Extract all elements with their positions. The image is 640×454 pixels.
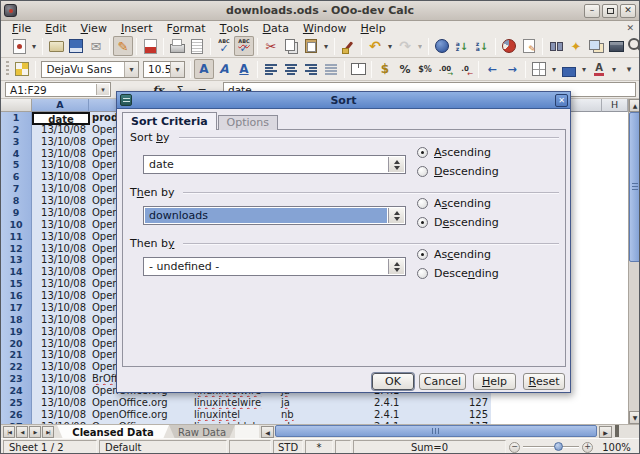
help-button[interactable]: Help (473, 373, 516, 390)
dropdown-caret-icon[interactable] (385, 36, 395, 56)
dropdown-caret-icon[interactable] (579, 59, 589, 79)
status-spacer-1[interactable] (229, 440, 271, 454)
sort-key-combo-3[interactable]: - undefined - (143, 257, 406, 276)
borders-icon[interactable] (529, 59, 549, 79)
delete-decimal-icon[interactable] (455, 59, 475, 79)
dropdown-caret-icon[interactable] (29, 36, 39, 56)
menu-item-tools[interactable]: Tools (213, 21, 256, 35)
modified-flag[interactable]: * (305, 440, 333, 454)
title-bar[interactable]: downloads.ods - OOo-dev Calc – ✕ (1, 1, 639, 21)
align-right-icon[interactable] (301, 59, 321, 79)
font-size-combo[interactable]: 10.5▾ (143, 61, 185, 78)
vertical-scrollbar[interactable]: ▲ ▼ (628, 99, 640, 424)
dropdown-caret-icon[interactable]: ▾ (124, 62, 138, 77)
zoom-slider[interactable]: − + (509, 440, 593, 454)
dropdown-caret-icon[interactable] (321, 36, 331, 56)
dialog-tab-sort-criteria[interactable]: Sort Criteria (122, 112, 217, 130)
page-preview-icon[interactable] (187, 36, 207, 56)
print-icon[interactable] (167, 36, 187, 56)
sheet-indicator[interactable]: Sheet 1 / 2 (3, 440, 97, 454)
hyperlink-icon[interactable] (432, 36, 452, 56)
ascending-radio-group-3[interactable]: Ascending (417, 248, 562, 261)
ascending-radio[interactable] (417, 147, 428, 158)
draw-functions-icon[interactable] (519, 36, 539, 56)
currency-icon[interactable] (375, 59, 395, 79)
sort-descending-icon[interactable] (472, 36, 492, 56)
close-button-icon[interactable]: ✕ (620, 4, 636, 18)
scroll-down-icon[interactable]: ▼ (629, 411, 640, 424)
auto-spellcheck-icon[interactable] (234, 36, 254, 56)
dialog-title-bar[interactable]: Sort ✕ (117, 92, 570, 109)
align-left-icon[interactable] (261, 59, 281, 79)
zoom-slider-track[interactable] (523, 446, 579, 448)
edit-file-icon[interactable] (113, 36, 133, 56)
new-icon[interactable] (9, 36, 29, 56)
close-document-icon[interactable]: ✕ (626, 23, 634, 33)
increase-indent-icon[interactable] (502, 59, 522, 79)
standard-format-icon[interactable] (415, 59, 435, 79)
gallery-icon[interactable] (586, 36, 606, 56)
reset-button[interactable]: Reset (523, 373, 565, 390)
bold-icon[interactable] (194, 59, 214, 79)
menu-item-data[interactable]: Data (256, 21, 296, 35)
menu-item-window[interactable]: Window (296, 21, 354, 35)
hscroll-right-icon[interactable]: ▶ (599, 426, 612, 438)
sheet-tab-cleansed-data[interactable]: Cleansed Data (57, 425, 169, 439)
open-icon[interactable] (46, 36, 66, 56)
menu-item-format[interactable]: Format (159, 21, 212, 35)
sort-key-combo-1[interactable]: date (143, 155, 406, 174)
underline-icon[interactable] (234, 59, 254, 79)
sheet-nav-last-icon[interactable]: ▶| (42, 426, 54, 438)
menu-item-file[interactable]: File (5, 21, 38, 35)
copy-icon[interactable] (281, 36, 301, 56)
dialog-tab-options[interactable]: Options (218, 115, 278, 130)
insert-mode[interactable]: STD (273, 440, 303, 454)
percent-icon[interactable] (395, 59, 415, 79)
dialog-close-icon[interactable]: ✕ (555, 94, 568, 107)
paste-icon[interactable] (301, 36, 321, 56)
scroll-up-icon[interactable]: ▲ (629, 99, 640, 112)
dropdown-caret-icon[interactable]: ▾ (170, 62, 184, 77)
zoom-in-icon[interactable]: + (582, 442, 593, 453)
insert-chart-icon[interactable] (499, 36, 519, 56)
descending-radio[interactable] (417, 166, 428, 177)
menu-item-view[interactable]: View (74, 21, 114, 35)
sort-key-combo-2[interactable]: downloads (143, 206, 406, 225)
ascending-radio-group-1[interactable]: Ascending (417, 146, 562, 159)
background-color-icon[interactable] (559, 59, 579, 79)
page-style[interactable]: Default (99, 440, 227, 454)
zoom-out-icon[interactable]: − (509, 442, 520, 453)
styles-icon[interactable] (12, 59, 32, 79)
ascending-radio[interactable] (417, 249, 428, 260)
find-replace-icon[interactable] (546, 36, 566, 56)
zoom-level[interactable]: 100% (595, 440, 638, 454)
ascending-radio-group-2[interactable]: Ascending (417, 197, 562, 210)
combo-spinner-icon[interactable] (388, 259, 404, 274)
descending-radio-group-1[interactable]: Descending (417, 165, 562, 178)
clone-formatting-icon[interactable] (338, 36, 358, 56)
name-box[interactable]: A1:F29 ▾ (5, 82, 111, 97)
sheet-nav-next-icon[interactable]: ▶ (29, 426, 41, 438)
data-sources-icon[interactable] (606, 36, 626, 56)
font-name-combo[interactable]: DejaVu Sans▾ (41, 61, 139, 78)
descending-radio-group-2[interactable]: Descending (417, 216, 562, 229)
justify-icon[interactable] (321, 59, 341, 79)
ascending-radio[interactable] (417, 198, 428, 209)
overflow-icon[interactable] (619, 59, 639, 79)
cancel-button[interactable]: Cancel (419, 373, 466, 390)
dropdown-caret-icon[interactable] (609, 59, 619, 79)
spellcheck-icon[interactable] (214, 36, 234, 56)
column-header-A[interactable]: A (32, 99, 89, 112)
menu-item-help[interactable]: Help (354, 21, 393, 35)
document-as-email-icon[interactable] (86, 36, 106, 56)
descending-radio[interactable] (417, 268, 428, 279)
font-color-icon[interactable] (589, 59, 609, 79)
maximize-button-icon[interactable] (602, 4, 618, 18)
zoom-icon[interactable] (626, 36, 640, 56)
minimize-button-icon[interactable]: – (584, 4, 600, 18)
name-box-dropdown-icon[interactable]: ▾ (96, 84, 109, 95)
italic-icon[interactable] (214, 59, 234, 79)
split-handle[interactable] (615, 425, 619, 437)
cut-icon[interactable] (261, 36, 281, 56)
export-pdf-icon[interactable] (140, 36, 160, 56)
